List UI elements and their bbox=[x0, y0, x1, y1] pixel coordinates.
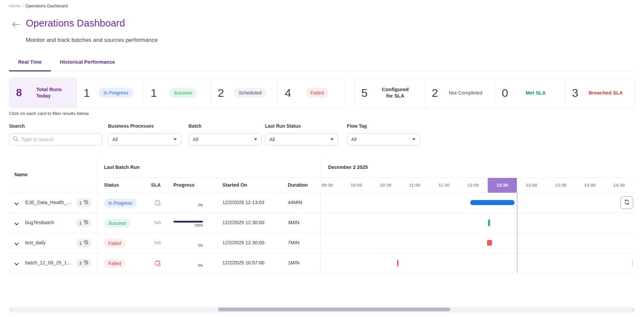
flow-tag-select[interactable]: All bbox=[347, 133, 420, 145]
column-header-duration: Duration bbox=[288, 182, 308, 188]
column-header-progress: Progress bbox=[173, 182, 195, 188]
last-run-status-label: Last Run Status bbox=[265, 123, 301, 129]
breadcrumb: Home / Operations Dashboard bbox=[9, 4, 68, 8]
back-button[interactable] bbox=[11, 21, 20, 29]
runs-history-pill[interactable]: 1 bbox=[76, 198, 92, 207]
arrow-left-icon bbox=[12, 21, 19, 29]
page-title: Operations Dashboard bbox=[26, 18, 125, 29]
stat-value: 1 bbox=[151, 86, 162, 100]
history-clock-icon bbox=[84, 260, 89, 266]
gantt-bar-failed[interactable] bbox=[397, 260, 398, 266]
progress-value: 0% bbox=[198, 264, 203, 267]
last-run-status-select[interactable]: All bbox=[265, 133, 338, 145]
select-value: All bbox=[112, 137, 118, 142]
timeline-tick-active: 12:30 bbox=[488, 178, 517, 193]
scrollbar-thumb[interactable] bbox=[218, 308, 450, 311]
sla-cards-group: 5 Configured for SLA 2 Not Completed 0 M… bbox=[354, 78, 635, 108]
timeline-tick-row: 09:30 10:00 10:30 11:00 11:30 12:00 12:3… bbox=[320, 178, 635, 193]
duration-value: 7MIN bbox=[288, 240, 300, 245]
runs-history-pill[interactable]: 1 bbox=[76, 218, 92, 227]
run-count: 3 bbox=[79, 261, 82, 266]
status-badge: Failed bbox=[104, 239, 125, 248]
gantt-bar-in-progress[interactable] bbox=[470, 200, 515, 205]
search-icon bbox=[13, 136, 18, 143]
horizontal-scrollbar[interactable]: ‹ › bbox=[8, 307, 636, 313]
stat-value: 3 bbox=[572, 86, 583, 100]
batch-select[interactable]: All bbox=[189, 133, 262, 145]
gantt-bar-failed[interactable] bbox=[487, 240, 492, 246]
started-on-value: 12/2/2025 12:30:00 bbox=[222, 240, 264, 245]
search-input-container bbox=[9, 133, 102, 145]
chevron-down-icon[interactable] bbox=[14, 261, 19, 267]
timeline-tick: 09:30 bbox=[320, 178, 342, 193]
business-processes-label: Business Processes bbox=[108, 123, 154, 129]
chevron-down-icon[interactable] bbox=[14, 221, 19, 227]
batch-label: Batch bbox=[189, 123, 202, 129]
batch-name[interactable]: test_daily bbox=[25, 240, 46, 245]
run-count: 1 bbox=[79, 220, 82, 226]
card-success[interactable]: 1 Success bbox=[144, 78, 211, 108]
timeline-tick: 10:30 bbox=[371, 178, 400, 193]
status-badge: Success bbox=[104, 219, 130, 228]
card-failed[interactable]: 4 Failed bbox=[278, 78, 345, 108]
breadcrumb-current: Operations Dashboard bbox=[25, 4, 68, 8]
gantt-bar-success[interactable] bbox=[488, 219, 490, 226]
stats-row: 8 Total Runs Today 1 In Progress 1 Succe… bbox=[9, 78, 635, 108]
run-cards-group: 8 Total Runs Today 1 In Progress 1 Succe… bbox=[9, 78, 345, 108]
cards-hint-text: Click on each card to filter results bel… bbox=[9, 111, 89, 116]
chevron-right-icon[interactable]: › bbox=[630, 307, 636, 313]
chevron-down-icon[interactable] bbox=[14, 201, 19, 207]
history-clock-icon bbox=[84, 200, 89, 206]
breadcrumb-home[interactable]: Home bbox=[9, 4, 20, 8]
timeline-tick: 13:00 bbox=[517, 178, 546, 193]
column-header-started-on: Started On bbox=[222, 182, 247, 188]
search-label: Search bbox=[9, 123, 25, 129]
refresh-run-button[interactable] bbox=[621, 196, 633, 209]
select-value: All bbox=[269, 137, 275, 142]
timeline-tick: 11:00 bbox=[400, 178, 429, 193]
column-header-name: Name bbox=[14, 172, 28, 177]
sla-calendar-clock-icon bbox=[151, 200, 164, 207]
duration-value: 1MIN bbox=[288, 260, 300, 265]
runs-history-pill[interactable]: 3 bbox=[76, 259, 92, 267]
timeline-date-header: December 2 2025 bbox=[328, 165, 368, 170]
column-group-last-batch-run: Last Batch Run bbox=[104, 165, 140, 170]
run-count: 1 bbox=[79, 200, 82, 205]
caret-down-icon bbox=[330, 138, 334, 140]
batch-name[interactable]: bugTestbatch bbox=[25, 220, 54, 225]
timeline-tick: 14:30 bbox=[604, 178, 634, 193]
refresh-icon bbox=[624, 199, 630, 206]
started-on-value: 12/2/2025 12:30:00 bbox=[222, 220, 264, 225]
run-count: 1 bbox=[79, 241, 82, 246]
chevron-left-icon[interactable]: ‹ bbox=[8, 307, 14, 313]
card-not-completed[interactable]: 2 Not Completed bbox=[425, 78, 495, 108]
card-met-sla[interactable]: 0 Met SLA bbox=[495, 78, 565, 108]
runs-history-pill[interactable]: 1 bbox=[76, 239, 92, 247]
search-input[interactable] bbox=[21, 137, 99, 142]
tab-real-time[interactable]: Real Time bbox=[9, 54, 51, 71]
select-value: All bbox=[193, 137, 198, 142]
select-value: All bbox=[351, 137, 357, 142]
stat-value: 2 bbox=[432, 86, 443, 100]
batch-runs-table: Name Last Batch Run Status SLA Progress … bbox=[9, 157, 635, 273]
card-total-runs-today[interactable]: 8 Total Runs Today bbox=[9, 78, 76, 108]
batch-name[interactable]: E2E_Data_Health_... bbox=[25, 200, 71, 205]
stat-value: 4 bbox=[285, 86, 296, 100]
status-badge: Success bbox=[169, 88, 197, 98]
tab-bar: Real Time Historical Performance bbox=[9, 54, 635, 71]
stat-label: Met SLA bbox=[526, 90, 546, 96]
card-in-progress[interactable]: 1 In Progress bbox=[76, 78, 144, 108]
tab-historical-performance[interactable]: Historical Performance bbox=[51, 54, 124, 71]
card-breached-sla[interactable]: 3 Breached SLA bbox=[565, 78, 635, 108]
batch-name[interactable]: batch_12_09_25_1... bbox=[25, 260, 71, 265]
business-processes-select[interactable]: All bbox=[108, 133, 181, 145]
card-configured-for-sla[interactable]: 5 Configured for SLA bbox=[355, 78, 425, 108]
chevron-down-icon[interactable] bbox=[14, 241, 19, 247]
status-badge: In Progress bbox=[99, 88, 133, 98]
column-header-status: Status bbox=[104, 182, 119, 188]
stat-value: 2 bbox=[218, 86, 229, 100]
sla-value: NA bbox=[151, 240, 164, 245]
progress-value: 0% bbox=[198, 203, 203, 207]
card-scheduled[interactable]: 2 Scheduled bbox=[211, 78, 278, 108]
status-badge: Failed bbox=[104, 259, 125, 268]
